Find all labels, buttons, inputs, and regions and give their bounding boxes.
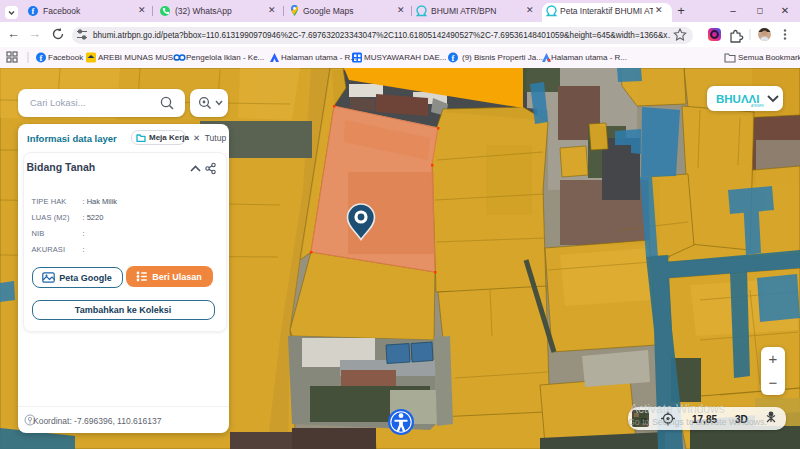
svg-text:f: f [32,6,35,16]
svg-text:f: f [452,53,455,63]
svg-text:f: f [40,53,43,63]
svg-text:ATR/BPN: ATR/BPN [751,104,764,108]
svg-text:BHUΛΛI: BHUΛΛI [716,93,759,105]
